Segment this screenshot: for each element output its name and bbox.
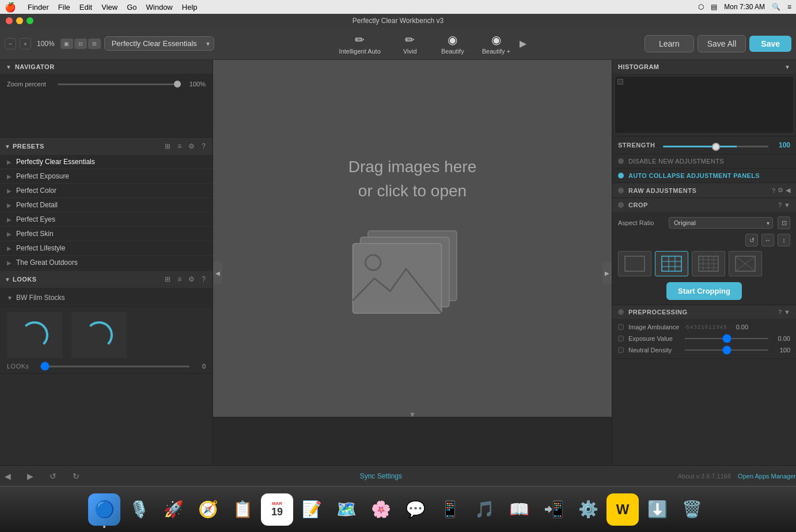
crop-grid-none[interactable] <box>618 251 651 276</box>
preset-btn-vivid[interactable]: ✏ Vivid <box>390 31 430 57</box>
preset-btn-beautify[interactable]: ◉ Beautify <box>433 31 473 57</box>
search-icon[interactable]: 🔍 <box>772 3 780 11</box>
menu-window[interactable]: Window <box>146 3 173 12</box>
preset-item-detail[interactable]: ▶ Perfect Detail <box>0 198 213 212</box>
crop-grid-square[interactable] <box>692 251 725 276</box>
filmstrip-prev[interactable]: ◀ <box>0 469 16 483</box>
looks-arrow[interactable]: ▼ <box>5 276 10 283</box>
drag-drop-area[interactable]: Drag images here or click to open <box>213 60 612 417</box>
presets-settings[interactable]: ⚙ <box>186 141 197 151</box>
looks-help[interactable]: ? <box>199 274 208 284</box>
disable-new-toggle-row[interactable]: DISABLE NEW ADJUSTMENTS <box>612 154 796 169</box>
save-all-button[interactable]: Save All <box>698 35 746 52</box>
preprocessing-help[interactable]: ? <box>778 309 782 316</box>
presets-grid-view[interactable]: ⊞ <box>162 141 173 151</box>
close-button[interactable] <box>6 17 13 24</box>
looks-grid-view[interactable]: ⊞ <box>162 274 173 284</box>
image-ambulance-checkbox[interactable] <box>618 324 624 330</box>
aspect-ratio-select[interactable]: Original <box>669 217 773 229</box>
dock-music[interactable]: 🎵 <box>468 493 501 526</box>
dock-launchpad[interactable]: 🚀 <box>157 493 189 526</box>
nav-prev-button[interactable]: − <box>5 38 16 50</box>
exposure-slider[interactable] <box>685 338 768 339</box>
view-single[interactable]: ▣ <box>60 39 73 49</box>
dock-perfectly-clear[interactable]: W <box>607 493 639 526</box>
fullscreen-button[interactable] <box>26 17 33 24</box>
filmstrip-rotate-right[interactable]: ↻ <box>68 469 84 483</box>
strength-slider[interactable] <box>663 146 768 147</box>
preset-item-skin[interactable]: ▶ Perfect Skin <box>0 227 213 241</box>
save-button[interactable]: Save <box>749 36 791 52</box>
filmstrip-toggle[interactable]: ▼ <box>409 411 416 419</box>
preset-item-outdoors[interactable]: ▶ The Great Outdoors <box>0 256 213 270</box>
learn-button[interactable]: Learn <box>645 35 694 52</box>
menu-help[interactable]: Help <box>182 3 198 12</box>
start-cropping-button[interactable]: Start Cropping <box>666 282 742 300</box>
nav-next-button[interactable]: + <box>20 38 31 50</box>
raw-collapse[interactable]: ◀ <box>786 187 790 194</box>
dock-finder[interactable]: 🔵 <box>88 493 120 526</box>
crop-rotate-left-icon[interactable]: ↺ <box>745 234 758 246</box>
menu-icon[interactable]: ≡ <box>787 3 791 11</box>
dock-facetime[interactable]: 📱 <box>434 493 466 526</box>
crop-flip-v-icon[interactable]: ↕ <box>778 234 790 246</box>
histogram-checkbox[interactable] <box>617 79 623 85</box>
dock-siri[interactable]: 🎙️ <box>123 493 155 526</box>
preset-item-lifestyle[interactable]: ▶ Perfect Lifestyle <box>0 241 213 256</box>
crop-help[interactable]: ? <box>778 202 782 208</box>
dock-pages[interactable]: 📝 <box>295 493 328 526</box>
view-split[interactable]: ⊟ <box>74 39 87 49</box>
look-thumb-1[interactable] <box>7 312 62 358</box>
histogram-header[interactable]: HISTOGRAM ▼ <box>612 60 796 74</box>
raw-help[interactable]: ? <box>772 187 775 194</box>
crop-collapse[interactable]: ▼ <box>784 202 790 208</box>
raw-settings[interactable]: ⚙ <box>778 187 783 194</box>
dock-notes[interactable]: 📋 <box>226 493 259 526</box>
filmstrip-play[interactable]: ▶ <box>22 469 38 483</box>
look-thumb-2[interactable] <box>71 312 127 358</box>
dock-messages[interactable]: 💬 <box>399 493 431 526</box>
looks-settings[interactable]: ⚙ <box>186 274 197 284</box>
dock-system-prefs[interactable]: ⚙️ <box>572 493 604 526</box>
preset-item-perfectly-clear[interactable]: ▶ Perfectly Clear Essentials <box>0 155 213 169</box>
menu-file[interactable]: File <box>58 3 70 12</box>
dock-safari[interactable]: 🧭 <box>192 493 224 526</box>
presets-more-button[interactable]: ▶ <box>520 38 526 49</box>
preset-btn-beautify-plus[interactable]: ◉ Beautify + <box>475 31 517 57</box>
filmstrip-rotate-left[interactable]: ↺ <box>45 469 61 483</box>
exposure-checkbox[interactable] <box>618 336 624 341</box>
preset-select[interactable]: Perfectly Clear Essentials <box>104 36 214 51</box>
canvas-main[interactable]: Drag images here or click to open <box>213 60 612 417</box>
presets-help[interactable]: ? <box>199 141 208 151</box>
auto-collapse-toggle-row[interactable]: AUTO COLLAPSE ADJUSTMENT PANELS <box>612 169 796 183</box>
dock-calendar[interactable]: MAR 19 <box>261 493 293 526</box>
dock-appstore[interactable]: 📲 <box>537 493 570 526</box>
presets-list-view[interactable]: ≡ <box>175 141 184 151</box>
crop-grid-thirds[interactable] <box>655 251 688 276</box>
navigator-header[interactable]: ▼ NAVIGATOR <box>0 60 213 74</box>
zoom-slider[interactable] <box>58 83 181 85</box>
preprocessing-header[interactable]: PREPROCESSING ? ▼ <box>612 305 796 319</box>
dock-maps[interactable]: 🗺️ <box>330 493 362 526</box>
preset-item-color[interactable]: ▶ Perfect Color <box>0 184 213 198</box>
menu-go[interactable]: Go <box>127 3 137 12</box>
open-apps-button[interactable]: Open Apps Manager <box>738 473 796 480</box>
menu-edit[interactable]: Edit <box>79 3 92 12</box>
dock-trash[interactable]: 🗑️ <box>676 493 708 526</box>
crop-header[interactable]: CROP ? ▼ <box>612 198 796 212</box>
preset-btn-intelligent-auto[interactable]: ✏ Intelligent Auto <box>332 31 388 57</box>
crop-grid-diagonal[interactable] <box>729 251 762 276</box>
menu-view[interactable]: View <box>101 3 117 12</box>
sync-settings-label[interactable]: Sync Settings <box>360 472 402 480</box>
crop-swap-icon[interactable]: ⊡ <box>778 216 790 229</box>
looks-slider[interactable] <box>40 366 189 367</box>
crop-flip-h-icon[interactable]: ↔ <box>761 234 774 246</box>
view-grid[interactable]: ⊞ <box>88 39 101 49</box>
presets-arrow[interactable]: ▼ <box>5 143 10 150</box>
preset-item-exposure[interactable]: ▶ Perfect Exposure <box>0 169 213 184</box>
apple-icon[interactable]: 🍎 <box>5 2 16 13</box>
preprocessing-collapse[interactable]: ▼ <box>784 309 790 316</box>
neutral-density-slider[interactable] <box>685 349 768 351</box>
looks-subitem-bwfilm[interactable]: ▼ BW Film Stocks <box>7 291 206 304</box>
right-collapse-handle[interactable]: ▶ <box>602 261 612 284</box>
